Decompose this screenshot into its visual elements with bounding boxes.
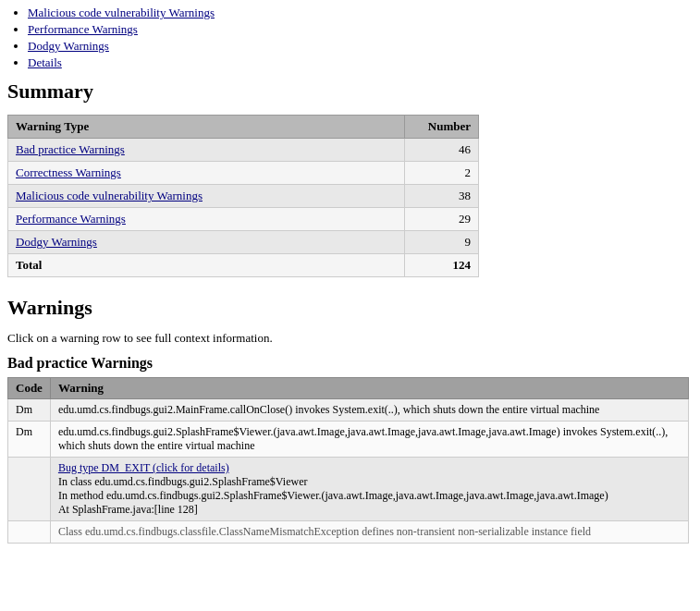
warnings-table: Code Warning Dmedu.umd.cs.findbugs.gui2.… bbox=[7, 377, 689, 544]
warnings-col2-header: Warning bbox=[50, 378, 688, 399]
table-row[interactable]: Dmedu.umd.cs.findbugs.gui2.MainFrame.cal… bbox=[8, 399, 689, 422]
summary-row-count: 29 bbox=[405, 208, 479, 231]
summary-row-type: Dodgy Warnings bbox=[8, 231, 405, 254]
summary-row-type: Bad practice Warnings bbox=[8, 139, 405, 162]
detail-content: Bug type DM_EXIT (click for details)In c… bbox=[50, 458, 688, 521]
nav-item-dodgy[interactable]: Dodgy Warnings bbox=[28, 39, 689, 54]
warning-text: Class edu.umd.cs.findbugs.classfile.Clas… bbox=[50, 521, 688, 544]
warning-code: Dm bbox=[8, 422, 51, 458]
summary-total-count: 124 bbox=[405, 254, 479, 277]
summary-table: Warning Type Number Bad practice Warning… bbox=[7, 115, 479, 277]
nav-list: Malicious code vulnerability Warnings Pe… bbox=[7, 6, 689, 70]
nav-item-performance[interactable]: Performance Warnings bbox=[28, 22, 689, 37]
main-content-area[interactable]: Malicious code vulnerability Warnings Pe… bbox=[0, 0, 700, 611]
table-row[interactable]: Dmedu.umd.cs.findbugs.gui2.SplashFrame$V… bbox=[8, 422, 689, 458]
detail-line: In method edu.umd.cs.findbugs.gui2.Splas… bbox=[58, 489, 608, 502]
summary-row-link[interactable]: Malicious code vulnerability Warnings bbox=[16, 189, 203, 202]
nav-link-performance[interactable]: Performance Warnings bbox=[28, 22, 138, 36]
summary-row-link[interactable]: Bad practice Warnings bbox=[16, 142, 125, 156]
summary-row-type: Malicious code vulnerability Warnings bbox=[8, 185, 405, 208]
summary-title: Summary bbox=[7, 79, 689, 104]
warnings-col1-header: Code bbox=[8, 378, 51, 399]
nav-link-details[interactable]: Details bbox=[28, 55, 62, 69]
bad-practice-title: Bad practice Warnings bbox=[7, 355, 689, 372]
summary-col2-header: Number bbox=[405, 116, 479, 139]
summary-row-link[interactable]: Dodgy Warnings bbox=[16, 235, 97, 249]
nav-item-details[interactable]: Details bbox=[28, 55, 689, 70]
warning-text: edu.umd.cs.findbugs.gui2.SplashFrame$Vie… bbox=[50, 422, 688, 458]
summary-row-count: 38 bbox=[405, 185, 479, 208]
detail-link[interactable]: Bug type DM_EXIT (click for details) bbox=[58, 461, 229, 474]
nav-item-malicious[interactable]: Malicious code vulnerability Warnings bbox=[28, 6, 689, 20]
warning-code: Dm bbox=[8, 399, 51, 422]
nav-link-dodgy[interactable]: Dodgy Warnings bbox=[28, 39, 109, 53]
warning-text: edu.umd.cs.findbugs.gui2.MainFrame.callO… bbox=[50, 399, 688, 422]
summary-total-label: Total bbox=[8, 254, 405, 277]
summary-row-count: 9 bbox=[405, 231, 479, 254]
warnings-section: Warnings Click on a warning row to see f… bbox=[7, 296, 689, 544]
detail-code-cell bbox=[8, 458, 51, 521]
summary-row-link[interactable]: Correctness Warnings bbox=[16, 165, 121, 179]
summary-row-link[interactable]: Performance Warnings bbox=[16, 212, 126, 226]
nav-link-malicious[interactable]: Malicious code vulnerability Warnings bbox=[28, 6, 215, 19]
summary-row-type: Correctness Warnings bbox=[8, 162, 405, 185]
summary-row-count: 2 bbox=[405, 162, 479, 185]
table-row-expanded: Bug type DM_EXIT (click for details)In c… bbox=[8, 458, 689, 521]
table-row[interactable]: Class edu.umd.cs.findbugs.classfile.Clas… bbox=[8, 521, 689, 544]
click-info: Click on a warning row to see full conte… bbox=[7, 331, 689, 346]
warnings-title: Warnings bbox=[7, 296, 689, 320]
warning-code bbox=[8, 521, 51, 544]
detail-line: At SplashFrame.java:[line 128] bbox=[58, 503, 198, 516]
summary-row-count: 46 bbox=[405, 139, 479, 162]
summary-row-type: Performance Warnings bbox=[8, 208, 405, 231]
detail-line: In class edu.umd.cs.findbugs.gui2.Splash… bbox=[58, 475, 308, 488]
summary-col1-header: Warning Type bbox=[8, 116, 405, 139]
